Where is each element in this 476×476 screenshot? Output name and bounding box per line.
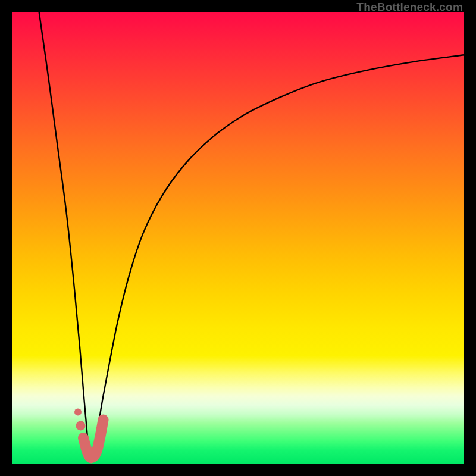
marker-dots [74,409,86,431]
chart-overlay [12,12,464,464]
marker-dot [76,421,86,430]
curve-group [39,12,464,455]
chart-frame: TheBottleneck.com [0,0,476,476]
marker-dot [74,409,82,416]
series-right-branch [91,55,464,455]
series-left-branch [39,12,88,441]
